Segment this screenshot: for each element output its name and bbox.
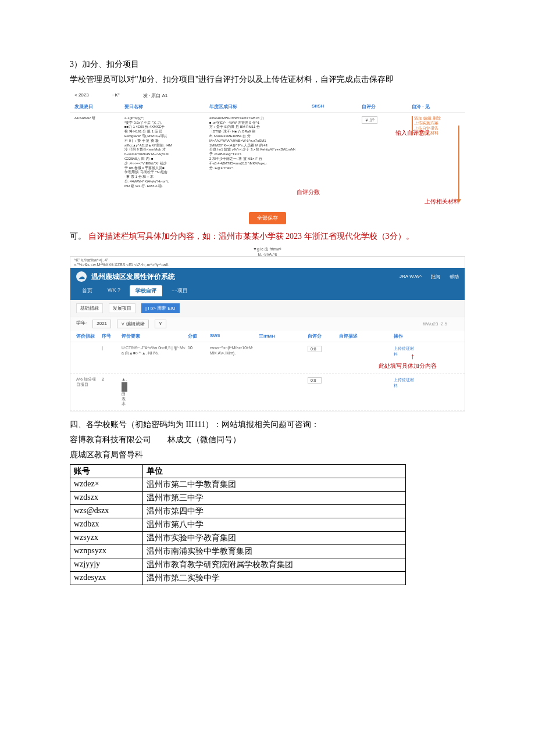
- fig1-h5: 自评分: [362, 103, 408, 110]
- table-row: wzdbzx温州市第八中学: [70, 518, 406, 531]
- filter-year-label: 学年:: [76, 320, 87, 328]
- fig2-pretitle2: ^K" \u%a%w^<| .4" n."%>&s.<w.M^%XXft:XZB…: [70, 257, 465, 268]
- th-1: 评价指标: [76, 333, 99, 339]
- acct-a: wznpsyzx: [70, 544, 143, 558]
- fig1-c3: 4IIWHmMWH:MWTiteM77W8.M 力 ■ .a^的E)^ · 4M…: [209, 116, 308, 189]
- acct-u: 温州市教育教学研究院附属学校教育集团: [143, 558, 406, 571]
- fig1-annot-arrow: [458, 126, 459, 200]
- paragraph-intro: 学校管理员可以对"加分、扣分项目"进行自评打分以及上传佐证材料，自评完成点击保存…: [70, 73, 465, 86]
- fig1-source: 发 · 原自 A1: [143, 92, 168, 99]
- section-4-dept: 鹿城区教育局督导科: [70, 449, 465, 461]
- section-4-contact: 容博教育科技有限公司 林成文（微信同号）: [70, 433, 465, 446]
- fig1-h4: SfiSH: [312, 103, 358, 110]
- r2-score-input[interactable]: 0:8: [308, 377, 322, 384]
- fig1-k: ~K": [112, 92, 120, 99]
- fig1-year: < 2023: [74, 92, 89, 99]
- table-row: wzdszx温州市第三中学: [70, 491, 406, 504]
- fig1-h1: 发展哓日: [74, 103, 121, 110]
- acct-u: 温州市第八中学: [143, 518, 406, 531]
- fig1-annot-advice: 输入自评意见: [395, 129, 430, 137]
- figure-1: < 2023 ~K" 发 · 原自 A1 发展哓日 要日名称 年度区成日标 Sf…: [70, 90, 465, 224]
- tab-self-eval[interactable]: 学校自评: [130, 285, 162, 296]
- r1-c5: rwwx·^\xnβ^Mfaxr10±M· MM·A\>.IMm).: [210, 346, 256, 370]
- r1-score-input[interactable]: 0:8: [308, 346, 322, 352]
- th-5: SWli: [210, 333, 256, 339]
- tab-home[interactable]: 首页: [76, 285, 98, 296]
- table-row: wznpsyzx温州市南浦实验中学教育集团: [70, 544, 406, 558]
- fig2-banner-b[interactable]: 批阅: [431, 274, 440, 280]
- filter-extra[interactable]: ∨: [155, 320, 166, 328]
- th-8: 自评描述: [339, 333, 391, 339]
- table-row: wzsyzx温州市实验中学教育集团: [70, 531, 406, 544]
- r2-upload[interactable]: 上传佐证材料: [394, 378, 414, 388]
- acct-u: 温州市第二实验中学: [143, 571, 406, 585]
- fig2-annot: 此处填写具体加分内容: [379, 362, 437, 370]
- r2-label: A% 加分项目项目: [76, 377, 99, 406]
- paragraph-cont-a: 可。: [70, 232, 86, 241]
- fig1-c2: 4-1gfrmβy)^; *要学 3:2x了不后 "又.力, ■■力 λ 4E0…: [124, 116, 206, 189]
- acct-u: 温州市第三中学: [143, 491, 406, 504]
- arrow-icon: ↑: [411, 352, 415, 361]
- fig1-c1: A1iSaBAP 研: [74, 116, 121, 189]
- figure-2-wrap: ▼g ic 出 frtmw+ B. -9VA.^e ^K" \u%a%w^<| …: [70, 246, 465, 411]
- acct-hdr-u: 单位: [143, 464, 406, 478]
- th-4: 分值: [188, 333, 208, 339]
- paragraph-cont-b: 自评描述栏填写具体加分内容，如：温州市某某小学获 2023 年浙江省现代化学校（…: [88, 232, 414, 241]
- table-row: wzdesyzx温州市第二实验中学: [70, 571, 406, 585]
- r1-c3: U·CT8ti9~.J"A^x%a.0ncff,5 | fjj^ M<a 白▲■…: [122, 346, 186, 370]
- table-row: wzdez×温州市第二中学教育集团: [70, 478, 406, 491]
- fig2-banner-user: JRA·W.W^: [400, 274, 422, 280]
- acct-a: wzjyyjy: [70, 558, 143, 571]
- cloud-icon: ☁: [76, 271, 87, 282]
- th-9: 操作: [394, 333, 417, 339]
- section-4-title: 四、各学校账号（初始密码均为 III111）：网站填报相关问题可咨询：: [70, 418, 465, 431]
- fig1-save-button[interactable]: 全部保存: [249, 212, 286, 224]
- acct-a: wzsyzx: [70, 531, 143, 544]
- r1-c4: 10: [188, 346, 208, 370]
- acct-u: 温州市实验中学教育集团: [143, 531, 406, 544]
- r1-idx: |: [102, 346, 119, 370]
- acct-hdr-a: 账号: [70, 464, 143, 478]
- filter-state[interactable]: ∨ 编辑就绪: [117, 320, 149, 328]
- acct-a: wzdbzx: [70, 518, 143, 531]
- table-row: A% 加分项目项目 2 ▲, ██ ██ 曲 表 水 0:8 上传佐证材料: [70, 374, 465, 410]
- table-row: wzs@dszx温州市第四中学: [70, 504, 406, 518]
- th-7: 自评分: [308, 333, 337, 339]
- accounts-table: 账号 单位 wzdez×温州市第二中学教育集团 wzdszx温州市第三中学 wz…: [70, 464, 406, 585]
- table-row: | U·CT8ti9~.J"A^x%a.0ncff,5 | fjj^ M<a 白…: [70, 342, 465, 374]
- acct-a: wzdesyzx: [70, 571, 143, 585]
- fig2-pretitle: ▼g ic 出 frtmw+ B. -9VA.^e: [70, 246, 465, 256]
- acct-a: wzdez×: [70, 478, 143, 491]
- acct-u: 温州市第四中学: [143, 504, 406, 518]
- fig1-annot-score: 自评分数: [297, 188, 320, 196]
- fig2-totals: filWu23 ·2.5: [423, 321, 447, 327]
- fig1-h2: 要日名称: [124, 103, 206, 110]
- r2-c3: ▲, ██ ██ 曲 表 水: [122, 377, 186, 406]
- acct-a: wzs@dszx: [70, 504, 143, 518]
- acct-a: wzdszx: [70, 491, 143, 504]
- fig1-score-input[interactable]: ￥.1?: [362, 116, 377, 124]
- th-3: 评价要素: [122, 333, 186, 339]
- filter-year[interactable]: 2021: [92, 320, 111, 328]
- sub-bonus[interactable]: | I b> 周带 EIU: [141, 303, 180, 313]
- table-row: wzjyyjy温州市教育教学研究院附属学校教育集团: [70, 558, 406, 571]
- acct-u: 温州市南浦实验中学教育集团: [143, 544, 406, 558]
- fig1-h6: 自泠 · 见: [412, 103, 470, 110]
- fig2-title: 温州鹿城区发展性评价系统: [91, 272, 175, 282]
- fig1-annot-upload: 上传相关材料: [425, 198, 459, 205]
- sub-base[interactable]: 基础指标: [76, 303, 103, 313]
- acct-u: 温州市第二中学教育集团: [143, 478, 406, 491]
- sub-dev[interactable]: 发展项目: [109, 303, 135, 313]
- heading-3: 3）加分、扣分项目: [70, 58, 465, 71]
- th-2: 序号: [102, 333, 119, 339]
- fig1-h3: 年度区成日标: [209, 103, 308, 110]
- tab-wk[interactable]: WK ?: [102, 285, 126, 296]
- r2-idx: 2: [102, 377, 119, 406]
- fig2-banner-c[interactable]: 帮助: [450, 274, 459, 280]
- tab-project[interactable]: ····项目: [166, 285, 194, 296]
- th-6: 三iffMH: [259, 333, 305, 339]
